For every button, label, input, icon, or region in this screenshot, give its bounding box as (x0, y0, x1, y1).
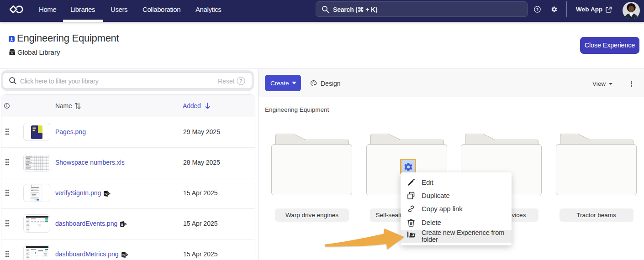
svg-text:?: ? (536, 7, 539, 12)
svg-text:S: S (121, 223, 124, 227)
svg-text:S: S (105, 192, 107, 196)
svg-text:S: S (122, 253, 125, 257)
svg-text:?: ? (239, 78, 243, 84)
